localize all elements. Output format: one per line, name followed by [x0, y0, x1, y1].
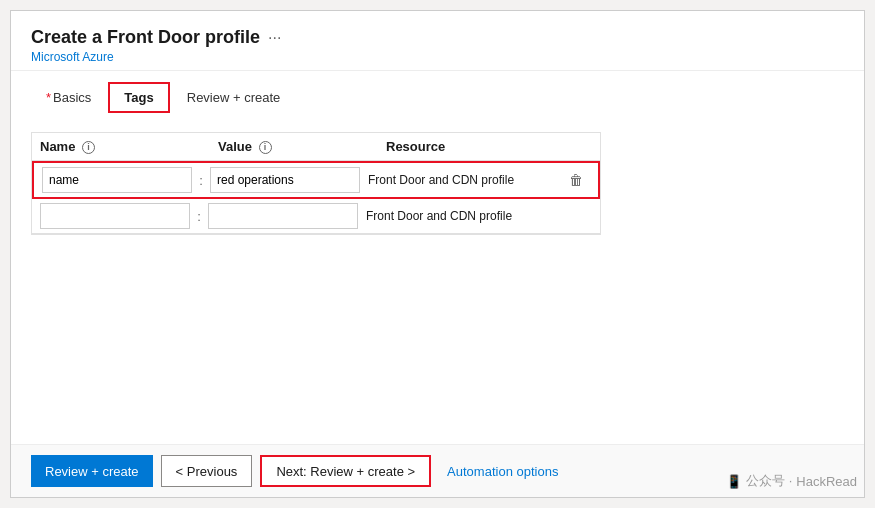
main-container: Create a Front Door profile ··· Microsof…: [10, 10, 865, 498]
tab-tags[interactable]: Tags: [108, 82, 169, 113]
page-title: Create a Front Door profile: [31, 27, 260, 48]
previous-button[interactable]: < Previous: [161, 455, 253, 487]
subtitle: Microsoft Azure: [31, 50, 844, 64]
header: Create a Front Door profile ··· Microsof…: [11, 11, 864, 71]
delete-col-1: 🗑: [562, 170, 590, 190]
watermark-text: HackRead: [796, 474, 857, 489]
automation-options-button[interactable]: Automation options: [439, 464, 566, 479]
value-input-2[interactable]: [208, 203, 358, 229]
name-input-wrapper-2: [40, 203, 190, 229]
next-button[interactable]: Next: Review + create >: [260, 455, 431, 487]
tab-review-label: Review + create: [187, 90, 281, 105]
table-header: Name i Value i Resource: [32, 133, 600, 161]
review-create-button[interactable]: Review + create: [31, 455, 153, 487]
tabs-bar: *Basics Tags Review + create: [11, 71, 864, 112]
separator-2: :: [190, 209, 208, 224]
separator-1: :: [192, 173, 210, 188]
watermark-dot: 公众号 ·: [746, 472, 792, 490]
resource-text-2: Front Door and CDN profile: [366, 209, 564, 223]
name-input-1[interactable]: [42, 167, 192, 193]
table-row: : Front Door and CDN profile: [32, 199, 600, 234]
delete-button-1[interactable]: 🗑: [565, 170, 587, 190]
value-input-wrapper-2: [208, 203, 358, 229]
table-row: : Front Door and CDN profile 🗑: [32, 161, 600, 199]
ellipsis-menu-icon[interactable]: ···: [268, 29, 281, 47]
tab-review[interactable]: Review + create: [172, 83, 296, 112]
name-input-2[interactable]: [40, 203, 190, 229]
resource-text-1: Front Door and CDN profile: [368, 173, 562, 187]
name-info-icon[interactable]: i: [82, 141, 95, 154]
value-input-1[interactable]: [210, 167, 360, 193]
tab-basics-label: Basics: [53, 90, 91, 105]
watermark: 📱 公众号 · HackRead: [726, 472, 857, 490]
required-star: *: [46, 90, 51, 105]
value-info-icon[interactable]: i: [259, 141, 272, 154]
footer: Review + create < Previous Next: Review …: [11, 444, 864, 497]
wechat-icon: 📱: [726, 474, 742, 489]
col-value-header: Value i: [218, 139, 378, 154]
tab-basics[interactable]: *Basics: [31, 83, 106, 112]
tab-tags-label: Tags: [124, 90, 153, 105]
name-input-wrapper: [42, 167, 192, 193]
value-input-wrapper: [210, 167, 360, 193]
col-name-header: Name i: [40, 139, 200, 154]
tags-table: Name i Value i Resource :: [31, 132, 601, 235]
content-area: Name i Value i Resource :: [11, 112, 864, 444]
col-resource-header: Resource: [386, 139, 592, 154]
